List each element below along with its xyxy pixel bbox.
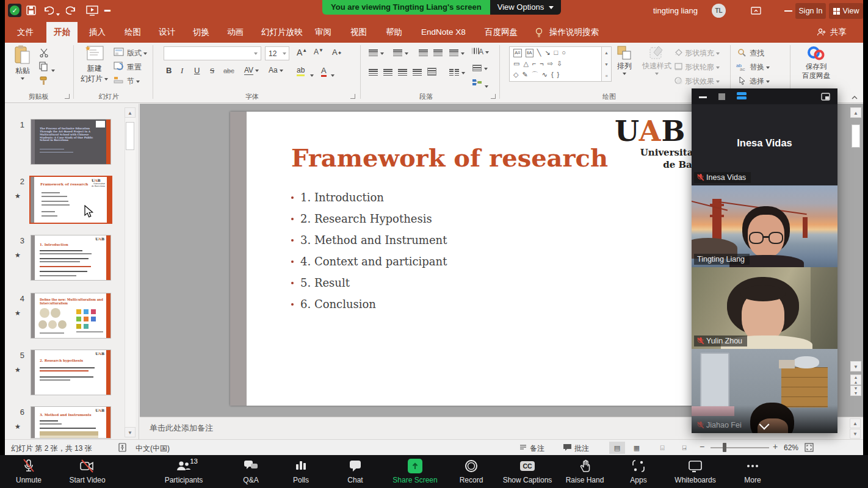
cut-icon[interactable] [39, 48, 49, 57]
tab-draw[interactable]: 绘图 [117, 22, 148, 43]
share-screen-button[interactable]: Share Screen [389, 458, 441, 484]
line-spacing-button[interactable] [449, 48, 465, 59]
find-button[interactable]: 查找 [750, 48, 764, 59]
replace-button[interactable]: 替换 [750, 62, 770, 73]
unmute-button[interactable]: Unmute [3, 458, 54, 484]
font-color-button[interactable]: A [321, 66, 327, 77]
tab-slideshow[interactable]: 幻灯片放映 [254, 22, 310, 43]
tab-design[interactable]: 设计 [151, 22, 183, 43]
tab-review[interactable]: 审阅 [308, 22, 339, 43]
shrink-font-button[interactable]: A▼ [314, 48, 324, 56]
video-tile-inesa[interactable]: Inesa Vidas Inesa Vidas [692, 104, 837, 185]
tab-view[interactable]: 视图 [343, 22, 374, 43]
quick-styles-button[interactable]: 快速样式 [642, 45, 671, 75]
shapes-scroll[interactable]: ▲▼≡ [602, 46, 612, 82]
whiteboards-button[interactable]: Whiteboards [670, 458, 721, 484]
show-captions-button[interactable]: CC Show Captions [502, 458, 553, 484]
undo-dropdown[interactable] [56, 9, 60, 20]
video-tile-tingting[interactable]: Tingting Liang [692, 185, 837, 267]
highlight-button[interactable]: ab [297, 66, 305, 76]
tab-help[interactable]: 帮助 [378, 22, 410, 43]
comments-toggle[interactable]: 批注 [574, 443, 589, 454]
thumb-scroll-up[interactable]: ▲ [125, 107, 136, 118]
change-case-button[interactable]: Aa [269, 66, 283, 74]
video-tile-yulin[interactable]: Yulin Zhou [692, 267, 837, 349]
copy-dropdown[interactable] [51, 65, 55, 76]
notes-placeholder[interactable]: 单击此处添加备注 [150, 423, 213, 434]
baidu-save-button[interactable]: 保存到 百度网盘 [796, 45, 836, 81]
collapse-ribbon-icon[interactable] [851, 95, 858, 100]
arrange-button[interactable]: 排列 [617, 45, 632, 75]
numbering-button[interactable] [393, 48, 408, 59]
reset-button[interactable]: 重置 [127, 62, 142, 73]
panel-layout-icon[interactable] [821, 93, 830, 101]
font-name-select[interactable] [164, 46, 261, 60]
grow-font-button[interactable]: A▲ [297, 48, 307, 57]
thumbnail-slide-3[interactable]: UAB 1. Introduction [31, 235, 111, 281]
apps-button[interactable]: Apps [613, 458, 664, 484]
qat-customize-icon[interactable]: ▬ [104, 6, 110, 13]
more-button[interactable]: More [727, 458, 778, 484]
notes-toggle[interactable]: 备注 [530, 443, 544, 454]
bold-button[interactable]: B [166, 66, 172, 75]
smartart-icon[interactable] [472, 78, 482, 87]
indent-button[interactable] [433, 48, 443, 59]
section-button[interactable]: 节 [127, 76, 140, 87]
editor-scroll-thumb[interactable] [852, 124, 860, 148]
tab-home[interactable]: 开始 [46, 22, 78, 43]
undo-icon[interactable] [43, 5, 54, 15]
shape-fill-button[interactable]: 形状填充 [685, 48, 720, 59]
layout-button[interactable]: 版式 [127, 48, 147, 59]
strike-sample[interactable]: abc [223, 67, 234, 74]
previous-slide-button[interactable]: ▲▲ [850, 375, 861, 385]
zoom-in-button[interactable]: + [773, 442, 778, 451]
qa-button[interactable]: Q&A [225, 458, 277, 484]
sign-in-button[interactable]: Sign In [795, 3, 826, 19]
sync-app-icon[interactable]: ✓ [8, 4, 21, 17]
tab-baidu[interactable]: 百度网盘 [477, 22, 525, 43]
tab-endnote[interactable]: EndNote X8 [414, 22, 473, 43]
start-slideshow-icon[interactable] [86, 5, 98, 16]
thumb-scroll-thumb[interactable] [126, 122, 134, 150]
align-right-button[interactable] [398, 67, 407, 78]
panel-stop-video-button[interactable] [718, 93, 725, 100]
view-options-dropdown[interactable]: View Options [490, 0, 561, 15]
smartart-dropdown[interactable] [485, 81, 488, 92]
font-launcher[interactable] [350, 94, 355, 99]
participants-button[interactable]: 13 Participants [158, 458, 209, 484]
font-color-dropdown[interactable] [331, 70, 335, 81]
tab-animations[interactable]: 动画 [220, 22, 251, 43]
outdent-button[interactable] [419, 48, 428, 59]
align-left-button[interactable] [369, 67, 378, 78]
distribute-button[interactable] [427, 67, 436, 78]
fit-to-window-icon[interactable] [805, 443, 814, 452]
zoom-slider-handle[interactable] [723, 443, 726, 452]
record-button[interactable]: Record [446, 458, 497, 484]
video-tile-jiahao[interactable]: Jiahao Fei [692, 349, 837, 433]
bullets-button[interactable] [369, 48, 384, 59]
italic-button[interactable]: I [181, 66, 183, 76]
thumbnail-slide-1[interactable]: The Process of Inclusive Education Throu… [31, 119, 111, 165]
editor-scroll-down[interactable]: ▼ [850, 361, 861, 371]
tab-insert[interactable]: 插入 [82, 22, 113, 43]
columns-button[interactable] [449, 67, 465, 78]
text-direction-button[interactable]: A [472, 48, 489, 56]
view-button[interactable]: View [829, 3, 863, 19]
normal-view-button[interactable]: ▤ [609, 442, 625, 454]
shape-effects-button[interactable]: 形状效果 [685, 76, 720, 87]
notes-scroll-down[interactable]: ▼ [850, 429, 861, 439]
strikethrough-button[interactable]: S [210, 66, 214, 76]
save-icon[interactable] [26, 5, 37, 16]
underline-button[interactable]: U [194, 66, 200, 75]
highlight-dropdown[interactable] [310, 70, 314, 81]
tab-file[interactable]: 文件 [10, 22, 41, 43]
avatar[interactable]: TL [712, 4, 726, 18]
justify-button[interactable] [413, 67, 422, 78]
char-spacing-button[interactable]: AV [244, 66, 259, 74]
editor-scroll-up[interactable]: ▲ [850, 107, 861, 118]
ribbon-options-icon[interactable] [751, 7, 761, 15]
slide-sorter-button[interactable]: ▦ [629, 442, 645, 454]
thumb-scroll-down[interactable]: ▼ [125, 427, 136, 437]
font-size-select[interactable]: 12 [265, 46, 289, 60]
start-video-button[interactable]: Start Video [62, 458, 113, 484]
